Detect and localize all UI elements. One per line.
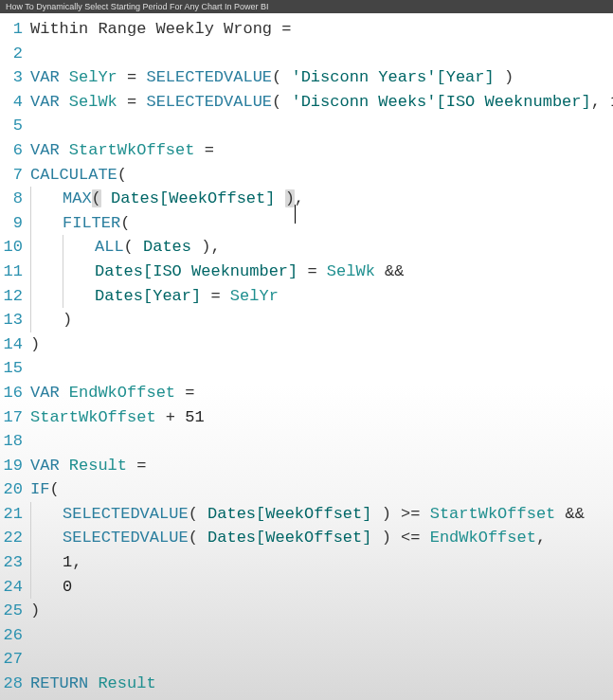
- indent-guides: [30, 526, 63, 550]
- token: VAR: [30, 141, 69, 159]
- line-number: 9: [0, 211, 30, 236]
- token: &&: [555, 505, 585, 523]
- code-line[interactable]: 27: [0, 647, 613, 672]
- code-line[interactable]: 2: [0, 42, 613, 66]
- token: Dates: [143, 238, 191, 256]
- indent-guides: [30, 260, 95, 284]
- code-content[interactable]: ): [30, 332, 40, 357]
- token: 'Disconn Weeks': [291, 93, 436, 111]
- token: =: [117, 68, 147, 86]
- token: ): [495, 68, 514, 86]
- code-line[interactable]: 5: [0, 114, 613, 138]
- code-line[interactable]: 15: [0, 356, 613, 381]
- token: ,: [536, 529, 546, 547]
- token: 'Disconn Years': [291, 68, 436, 86]
- code-line[interactable]: 21SELECTEDVALUE( Dates[WeekOffset] ) >= …: [0, 502, 613, 527]
- code-line[interactable]: 6VAR StartWkOffset =: [0, 138, 613, 163]
- code-content[interactable]: 0: [63, 575, 72, 600]
- token: StartWkOffset: [30, 408, 156, 426]
- token: [Year]: [143, 287, 201, 305]
- line-number: 13: [0, 308, 30, 332]
- code-line[interactable]: 7CALCULATE(: [0, 163, 613, 188]
- code-line[interactable]: 4VAR SelWk = SELECTEDVALUE( 'Disconn Wee…: [0, 90, 613, 115]
- line-number: 25: [0, 599, 30, 623]
- token: EndWkOffset: [430, 529, 536, 547]
- token: ,: [591, 93, 610, 111]
- token: (: [120, 214, 130, 232]
- token: =: [175, 384, 194, 402]
- line-number: 2: [0, 42, 30, 66]
- code-line[interactable]: 18: [0, 429, 613, 454]
- token: ),: [191, 238, 221, 256]
- code-content[interactable]: SELECTEDVALUE( Dates[WeekOffset] ) <= En…: [63, 526, 546, 550]
- code-content[interactable]: ): [30, 599, 40, 623]
- code-content[interactable]: IF(: [30, 477, 60, 502]
- token: Dates: [207, 529, 256, 547]
- code-line[interactable]: 22SELECTEDVALUE( Dates[WeekOffset] ) <= …: [0, 526, 613, 550]
- token: [WeekOffset]: [159, 189, 275, 207]
- code-line[interactable]: 3VAR SelYr = SELECTEDVALUE( 'Disconn Yea…: [0, 65, 613, 90]
- code-line[interactable]: 16VAR EndWkOffset =: [0, 381, 613, 405]
- code-line[interactable]: 11Dates[ISO Weeknumber] = SelWk &&: [0, 260, 613, 284]
- code-content[interactable]: FILTER(: [63, 211, 130, 236]
- code-line[interactable]: 240: [0, 575, 613, 600]
- token: FILTER: [63, 214, 120, 232]
- code-line[interactable]: 20IF(: [0, 477, 613, 502]
- code-content[interactable]: VAR StartWkOffset =: [30, 138, 214, 163]
- code-line[interactable]: 12Dates[Year] = SelYr: [0, 284, 613, 309]
- indent-guides: [30, 308, 63, 332]
- token: EndWkOffset: [69, 384, 175, 402]
- token: (: [117, 166, 127, 184]
- code-content[interactable]: RETURN Result: [30, 672, 156, 696]
- code-line[interactable]: 10ALL( Dates ),: [0, 235, 613, 260]
- code-line[interactable]: 14): [0, 332, 613, 357]
- code-content[interactable]: VAR EndWkOffset =: [30, 381, 194, 405]
- code-content[interactable]: VAR Result =: [30, 454, 146, 478]
- code-content[interactable]: Within Range Weekly Wrong =: [30, 17, 291, 42]
- token: VAR: [30, 93, 69, 111]
- token: Result: [69, 457, 127, 475]
- dax-editor[interactable]: 1Within Range Weekly Wrong =23VAR SelYr …: [0, 13, 613, 696]
- token: (: [189, 529, 207, 547]
- code-content[interactable]: MAX( Dates[WeekOffset] ),: [63, 187, 304, 211]
- token: SelYr: [230, 287, 279, 305]
- code-content[interactable]: VAR SelYr = SELECTEDVALUE( 'Disconn Year…: [30, 65, 514, 90]
- token: ): [30, 335, 40, 353]
- line-number: 17: [0, 405, 30, 430]
- indent-guides: [30, 211, 63, 236]
- code-content[interactable]: StartWkOffset + 51: [30, 405, 205, 430]
- code-line[interactable]: 19VAR Result =: [0, 454, 613, 478]
- code-line[interactable]: 8MAX( Dates[WeekOffset] ),: [0, 187, 613, 211]
- line-number: 16: [0, 381, 30, 405]
- code-line[interactable]: 28RETURN Result: [0, 672, 613, 696]
- code-line[interactable]: 1Within Range Weekly Wrong =: [0, 17, 613, 42]
- line-number: 28: [0, 672, 30, 696]
- token: (: [189, 505, 207, 523]
- token: [Year]: [437, 68, 495, 86]
- token: =: [117, 93, 147, 111]
- token: ): [30, 601, 40, 619]
- code-line[interactable]: 25): [0, 599, 613, 623]
- code-content[interactable]: ): [63, 308, 72, 332]
- indent-guides: [30, 575, 63, 600]
- code-line[interactable]: 13): [0, 308, 613, 332]
- line-number: 8: [0, 187, 30, 211]
- code-content[interactable]: SELECTEDVALUE( Dates[WeekOffset] ) >= St…: [63, 502, 585, 527]
- token: MAX: [63, 189, 92, 207]
- indent-guides: [30, 284, 95, 309]
- code-content[interactable]: CALCULATE(: [30, 163, 127, 188]
- token: =: [127, 457, 146, 475]
- code-content[interactable]: 1,: [63, 550, 81, 575]
- line-number: 3: [0, 65, 30, 90]
- code-line[interactable]: 17StartWkOffset + 51: [0, 405, 613, 430]
- token: (: [272, 68, 291, 86]
- code-line[interactable]: 26: [0, 623, 613, 648]
- code-content[interactable]: ALL( Dates ),: [95, 235, 221, 260]
- line-number: 12: [0, 284, 30, 309]
- token: SelYr: [69, 68, 117, 86]
- code-line[interactable]: 231,: [0, 550, 613, 575]
- code-content[interactable]: Dates[ISO Weeknumber] = SelWk &&: [95, 260, 404, 284]
- code-line[interactable]: 9FILTER(: [0, 211, 613, 236]
- code-content[interactable]: VAR SelWk = SELECTEDVALUE( 'Disconn Week…: [30, 90, 613, 115]
- code-content[interactable]: Dates[Year] = SelYr: [95, 284, 279, 309]
